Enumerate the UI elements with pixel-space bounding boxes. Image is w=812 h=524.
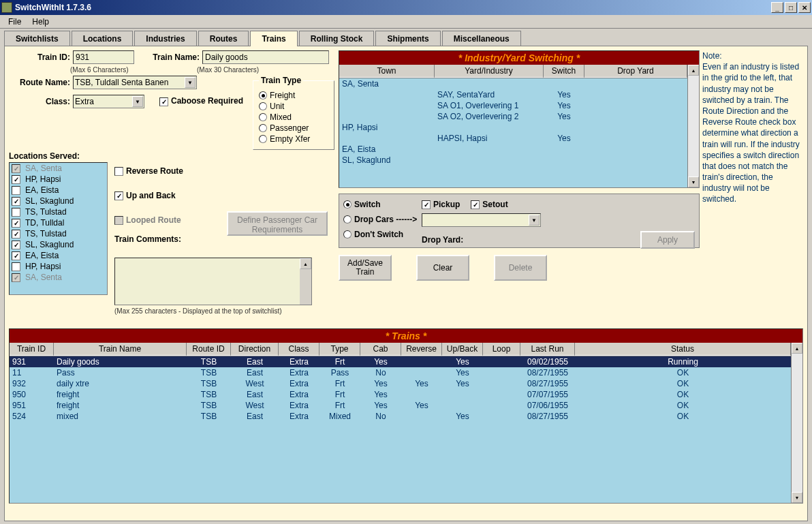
tab-industries[interactable]: Industries bbox=[134, 31, 196, 46]
industry-row[interactable]: SA O2, Overlevering 2Yes bbox=[339, 111, 687, 122]
drop-cars-select[interactable]: ▼ bbox=[422, 213, 541, 227]
train-id-hint: (Max 6 Characters) bbox=[70, 66, 138, 74]
radio-drop-cars[interactable]: Drop Cars ------> bbox=[343, 215, 422, 224]
train-comments-hint: (Max 255 characters - Displayed at the t… bbox=[114, 307, 334, 315]
radio-dont-switch[interactable]: Don't Switch bbox=[343, 230, 422, 239]
train-row[interactable]: 524mixedTSBEastExtraMixedNoYes08/27/1955… bbox=[10, 411, 791, 422]
trains-grid: * Trains * Train ID Train Name Route ID … bbox=[9, 328, 803, 504]
train-row[interactable]: 932daily xtreTSBWestExtraFrtYesYesYes08/… bbox=[10, 378, 791, 389]
title-bar: SwitchWithIt 1.7.3.6 _ □ ✕ bbox=[0, 0, 812, 15]
industry-row[interactable]: SL, Skaglund bbox=[339, 155, 687, 166]
industry-grid: * Industry/Yard Switching * Town Yard/In… bbox=[339, 50, 700, 188]
location-item[interactable]: ✓TD, Tulldal bbox=[10, 217, 107, 228]
location-item[interactable]: ✓SL, Skaglund bbox=[10, 239, 107, 250]
trains-grid-scrollbar[interactable]: ▲▼ bbox=[791, 343, 802, 503]
train-row[interactable]: 950freightTSBEastExtraFrtYes07/07/1955OK bbox=[10, 389, 791, 400]
tab-locations[interactable]: Locations bbox=[72, 31, 134, 46]
tab-miscellaneous[interactable]: Miscellaneous bbox=[442, 31, 521, 46]
route-name-label: Route Name: bbox=[9, 78, 70, 87]
industry-row[interactable]: SA, Senta bbox=[339, 78, 687, 89]
industry-row[interactable]: SA O1, Overlevering 1Yes bbox=[339, 100, 687, 111]
looped-route-checkbox[interactable]: Looped Route bbox=[114, 215, 220, 225]
radio-empty-xfer[interactable]: Empty Xfer bbox=[259, 134, 328, 144]
location-item[interactable]: ✓SA, Senta bbox=[10, 163, 107, 174]
train-type-group: Train Type Freight Unit Mixed Passenger … bbox=[253, 76, 334, 150]
menu-file[interactable]: File bbox=[3, 16, 27, 28]
locations-served-label: Locations Served: bbox=[9, 151, 332, 161]
class-label: Class: bbox=[9, 97, 70, 106]
content-panel: Train ID: 931 Train Name: Daily goods (M… bbox=[4, 46, 808, 521]
dropdown-arrow-icon: ▼ bbox=[185, 77, 196, 88]
drop-yard-label: Drop Yard: bbox=[422, 235, 463, 245]
radio-unit[interactable]: Unit bbox=[259, 102, 328, 111]
industry-row[interactable]: EA, Eista bbox=[339, 144, 687, 155]
app-icon bbox=[1, 2, 12, 13]
close-button[interactable]: ✕ bbox=[798, 2, 811, 13]
reverse-route-checkbox[interactable]: Reverse Route bbox=[114, 166, 220, 176]
train-row[interactable]: 931Daily goodsTSBEastExtraFrtYesYes09/02… bbox=[10, 356, 791, 367]
radio-freight[interactable]: Freight bbox=[259, 91, 328, 100]
location-item[interactable]: ✓SL, Skaglund bbox=[10, 196, 107, 206]
tab-strip: Switchlists Locations Industries Routes … bbox=[4, 30, 808, 46]
menu-help[interactable]: Help bbox=[27, 16, 54, 28]
setout-checkbox[interactable]: ✓Setout bbox=[471, 200, 507, 209]
train-id-input[interactable]: 931 bbox=[73, 50, 134, 64]
class-select[interactable]: Extra ▼ bbox=[73, 95, 144, 108]
train-comments-label: Train Comments: bbox=[114, 234, 217, 244]
tab-shipments[interactable]: Shipments bbox=[375, 31, 440, 46]
add-save-train-button[interactable]: Add/SaveTrain bbox=[339, 255, 392, 281]
locations-listbox[interactable]: ✓SA, Senta✓HP, HapsiEA, Eista✓SL, Skaglu… bbox=[9, 162, 108, 295]
train-id-label: Train ID: bbox=[9, 52, 70, 62]
dropdown-arrow-icon: ▼ bbox=[132, 96, 143, 107]
location-item[interactable]: ✓SA, Senta bbox=[10, 272, 107, 283]
train-comments-textarea[interactable]: ▲ bbox=[114, 258, 312, 305]
location-item[interactable]: ✓EA, Eista bbox=[10, 250, 107, 261]
trains-grid-body[interactable]: 931Daily goodsTSBEastExtraFrtYesYes09/02… bbox=[10, 356, 791, 503]
radio-passenger[interactable]: Passenger bbox=[259, 123, 328, 133]
industry-row[interactable]: HP, Hapsi bbox=[339, 122, 687, 133]
delete-button[interactable]: Delete bbox=[494, 255, 547, 281]
location-item[interactable]: TS, Tulstad bbox=[10, 206, 107, 217]
define-passenger-button[interactable]: Define Passenger CarRequirements bbox=[227, 211, 328, 236]
industry-row[interactable]: SAY, SentaYardYes bbox=[339, 89, 687, 100]
tab-trains[interactable]: Trains bbox=[250, 31, 297, 46]
location-item[interactable]: ✓TS, Tulstad bbox=[10, 228, 107, 239]
location-item[interactable]: ✓HP, Hapsi bbox=[10, 174, 107, 185]
train-row[interactable]: 951freightTSBWestExtraFrtYesYes07/06/195… bbox=[10, 400, 791, 411]
route-name-select[interactable]: TSB, Tuldall Senta Banen ▼ bbox=[73, 76, 197, 89]
maximize-button[interactable]: □ bbox=[785, 2, 797, 13]
window-title: SwitchWithIt 1.7.3.6 bbox=[15, 3, 771, 12]
tab-switchlists[interactable]: Switchlists bbox=[4, 31, 70, 46]
train-name-hint: (Max 30 Characters) bbox=[197, 66, 259, 74]
location-item[interactable]: EA, Eista bbox=[10, 185, 107, 196]
tab-routes[interactable]: Routes bbox=[198, 31, 249, 46]
pickup-checkbox[interactable]: ✓Pickup bbox=[422, 200, 460, 209]
trains-grid-title: * Trains * bbox=[10, 329, 802, 343]
apply-button[interactable]: Apply bbox=[640, 231, 695, 249]
train-row[interactable]: 11PassTSBEastExtraPassNoYes08/27/1955OK bbox=[10, 367, 791, 378]
clear-button[interactable]: Clear bbox=[416, 255, 469, 281]
menu-bar: File Help bbox=[0, 15, 812, 29]
radio-mixed[interactable]: Mixed bbox=[259, 112, 328, 122]
train-name-input[interactable]: Daily goods bbox=[202, 50, 329, 64]
caboose-checkbox[interactable]: ✓ Caboose Required bbox=[159, 97, 243, 106]
industry-grid-title: * Industry/Yard Switching * bbox=[339, 51, 699, 65]
location-item[interactable]: HP, Hapsi bbox=[10, 261, 107, 272]
industry-row[interactable]: HAPSI, HapsiYes bbox=[339, 133, 687, 144]
note-box: Note: Even if an industry is listed in t… bbox=[702, 50, 803, 315]
up-and-back-checkbox[interactable]: ✓Up and Back bbox=[114, 191, 220, 200]
radio-switch[interactable]: Switch bbox=[343, 200, 422, 209]
industry-grid-scrollbar[interactable]: ▲▼ bbox=[687, 65, 699, 187]
industry-grid-body[interactable]: SA, SentaSAY, SentaYardYesSA O1, Overlev… bbox=[339, 78, 687, 187]
switch-panel: Switch Drop Cars ------> Don't Switch ✓P… bbox=[339, 194, 700, 248]
tab-rolling-stock[interactable]: Rolling Stock bbox=[299, 31, 375, 46]
train-name-label: Train Name: bbox=[138, 52, 200, 62]
minimize-button[interactable]: _ bbox=[771, 2, 783, 13]
